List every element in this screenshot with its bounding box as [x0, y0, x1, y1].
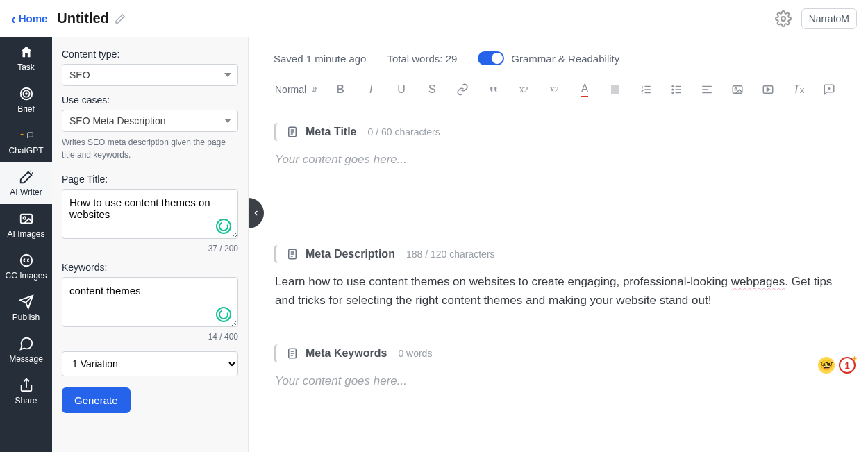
quote-icon[interactable]: [485, 82, 501, 97]
svg-point-3: [26, 93, 27, 94]
topbar-actions: NarratoM: [775, 8, 857, 29]
word-count: Total words: 29: [387, 53, 457, 65]
chevron-updown-icon: ⇵: [312, 86, 317, 94]
emoji-badge-icon[interactable]: 🤓: [818, 357, 835, 374]
svg-point-8: [672, 86, 674, 87]
saved-status: Saved 1 minute ago: [274, 53, 366, 65]
meta-keywords-counter: 0 words: [398, 348, 432, 359]
use-cases-help: Writes SEO meta description given the pa…: [62, 136, 238, 161]
svg-point-6: [20, 255, 32, 267]
rail-item-ai-writer[interactable]: AI Writer: [0, 162, 52, 204]
note-icon: [286, 248, 299, 260]
svg-point-12: [735, 88, 737, 90]
meta-title-heading: Meta Title: [306, 126, 357, 138]
meta-title-section: Meta Title 0 / 60 characters: [274, 123, 843, 141]
ai-writer-panel: Content type: SEO Use cases: SEO Meta De…: [52, 37, 249, 452]
rail-item-cc-images[interactable]: CC Images: [0, 246, 52, 287]
svg-point-10: [672, 92, 674, 94]
align-icon[interactable]: [699, 82, 715, 97]
subscript-icon[interactable]: x2: [516, 82, 531, 97]
video-icon[interactable]: [760, 82, 776, 97]
rail-label: Task: [17, 62, 35, 72]
highlight-icon[interactable]: [608, 82, 623, 97]
svg-point-0: [781, 17, 785, 21]
meta-description-body[interactable]: Learn how to use content themes on websi…: [274, 273, 843, 310]
variations-select[interactable]: 1 Variation: [62, 351, 238, 376]
note-icon: [286, 126, 299, 138]
svg-rect-7: [611, 85, 619, 94]
grammar-toggle[interactable]: [478, 51, 504, 65]
rail-label: Publish: [12, 312, 40, 322]
rail-item-publish[interactable]: Publish: [0, 287, 52, 329]
wand-icon: [19, 169, 34, 185]
italic-icon[interactable]: I: [363, 82, 378, 97]
gear-icon[interactable]: [775, 10, 792, 27]
nav-rail: Task Brief ChatGPT AI Writer AI Images C…: [0, 37, 52, 452]
chevron-left-icon: ‹: [11, 12, 16, 26]
bullet-list-icon[interactable]: [669, 82, 684, 97]
meta-description-section: Meta Description 188 / 120 characters: [274, 245, 843, 263]
chatgpt-icon: [19, 128, 34, 143]
underline-icon[interactable]: U: [394, 82, 409, 97]
link-icon[interactable]: [455, 82, 470, 97]
rail-label: Message: [9, 354, 43, 364]
home-icon: [19, 44, 34, 60]
rail-item-ai-images[interactable]: AI Images: [0, 204, 52, 246]
format-select[interactable]: Normal ⇵: [275, 84, 317, 95]
comment-icon[interactable]: [821, 82, 837, 97]
rail-label: AI Images: [7, 229, 44, 239]
grammar-label: Grammar & Readability: [511, 53, 619, 65]
workspace-select[interactable]: NarratoM: [801, 8, 857, 29]
meta-title-body[interactable]: Your content goes here...: [274, 151, 843, 169]
cc-icon: [19, 253, 34, 268]
content-type-label: Content type:: [62, 49, 238, 60]
strike-icon[interactable]: S: [424, 82, 440, 97]
status-row: Saved 1 minute ago Total words: 29 Gramm…: [274, 51, 843, 65]
rail-item-share[interactable]: Share: [0, 371, 52, 412]
rail-label: AI Writer: [10, 187, 42, 197]
meta-description-heading: Meta Description: [306, 248, 395, 260]
note-icon: [286, 347, 299, 360]
editor-area: Saved 1 minute ago Total words: 29 Gramm…: [249, 37, 868, 452]
meta-desc-text-err: webpages: [731, 275, 785, 288]
edit-title-icon[interactable]: [115, 13, 126, 24]
content-type-select[interactable]: SEO: [62, 64, 238, 86]
meta-keywords-section: Meta Keywords 0 words: [274, 344, 843, 362]
suggestion-count-badge[interactable]: 1: [839, 357, 856, 374]
meta-title-counter: 0 / 60 characters: [368, 126, 440, 137]
page-title-input[interactable]: [62, 189, 238, 239]
grammarly-badge-icon: [216, 219, 231, 234]
bold-icon[interactable]: B: [333, 82, 348, 97]
assistant-badges: 🤓 1: [818, 357, 856, 374]
rail-label: CC Images: [5, 271, 47, 281]
meta-keywords-heading: Meta Keywords: [306, 347, 387, 360]
use-cases-select[interactable]: SEO Meta Description: [62, 110, 238, 132]
ordered-list-icon[interactable]: [638, 82, 653, 97]
rail-item-brief[interactable]: Brief: [0, 79, 52, 121]
image-icon[interactable]: [730, 82, 745, 97]
use-cases-label: Use cases:: [62, 94, 238, 106]
superscript-icon[interactable]: x2: [546, 82, 562, 97]
text-color-icon[interactable]: A: [577, 82, 592, 97]
meta-keywords-body[interactable]: Your content goes here...: [274, 372, 843, 390]
grammarly-badge-icon: [216, 307, 231, 322]
keywords-input[interactable]: [62, 277, 238, 327]
image-ai-icon: [19, 211, 34, 226]
rail-item-chatgpt[interactable]: ChatGPT: [0, 121, 52, 162]
rail-item-task[interactable]: Task: [0, 37, 52, 79]
rail-item-message[interactable]: Message: [0, 329, 52, 371]
meta-description-counter: 188 / 120 characters: [406, 249, 495, 260]
target-icon: [19, 86, 34, 101]
share-icon: [19, 378, 34, 393]
svg-point-9: [672, 89, 674, 90]
rail-label: Share: [15, 396, 37, 405]
home-link[interactable]: ‹ Home: [11, 12, 47, 26]
page-title-counter: 37 / 200: [62, 244, 238, 253]
send-icon: [19, 294, 34, 310]
svg-point-5: [23, 217, 26, 219]
clear-format-icon[interactable]: Tx: [791, 82, 806, 97]
generate-button[interactable]: Generate: [62, 387, 131, 413]
page-title-label: Page Title:: [62, 174, 238, 185]
editor-toolbar: Normal ⇵ B I U S x2 x2 A Tx: [274, 78, 843, 110]
doc-title-text: Untitled: [57, 10, 108, 26]
